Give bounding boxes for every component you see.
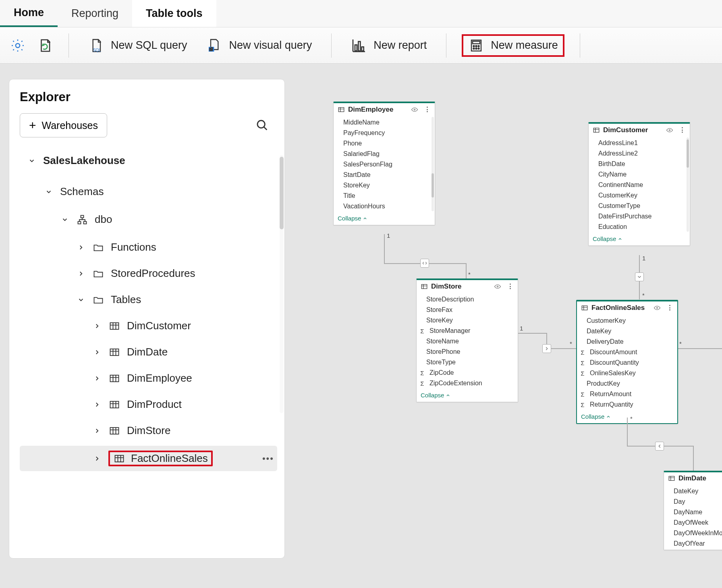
collapse-button[interactable]: Collapse (417, 389, 518, 402)
collapse-button[interactable]: Collapse (589, 233, 690, 245)
new-visual-query-label: New visual query (229, 39, 312, 52)
column-item[interactable]: ΣStoreManager (417, 326, 518, 336)
column-item[interactable]: ΣDiscountAmount (577, 347, 677, 357)
column-item[interactable]: DateKey (577, 326, 677, 337)
column-item[interactable]: StoreDescription (417, 294, 518, 305)
tab-home[interactable]: Home (0, 0, 58, 27)
filter-direction-icon[interactable] (635, 272, 644, 281)
tree-node-dimcustomer[interactable]: DimCustomer (20, 315, 277, 337)
column-item[interactable]: ΣReturnQuantity (577, 399, 677, 410)
table-card-dimstore[interactable]: DimStore ⋮ StoreDescriptionStoreFaxStore… (416, 278, 518, 402)
column-item[interactable]: ΣZipCodeExtension (417, 378, 518, 389)
filter-direction-icon[interactable] (655, 442, 664, 451)
column-item[interactable]: DayOfWeekInMon (664, 528, 722, 538)
column-item[interactable]: StoreName (417, 336, 518, 347)
column-item[interactable]: AddressLine1 (589, 138, 690, 148)
folder-icon (92, 268, 104, 280)
column-item[interactable]: CustomerKey (589, 190, 690, 201)
column-item[interactable]: AddressLine2 (589, 148, 690, 159)
column-item[interactable]: DayName (664, 507, 722, 517)
add-warehouse-button[interactable]: + Warehouses (20, 113, 107, 137)
sigma-icon: Σ (419, 370, 425, 376)
column-item[interactable]: DayOfWeek (664, 517, 722, 528)
new-sql-query-label: New SQL query (111, 39, 187, 52)
tree-node-functions[interactable]: Functions (20, 236, 277, 258)
column-item[interactable]: Phone (334, 138, 435, 149)
new-report-button[interactable]: New report (347, 35, 431, 56)
tree-node-dimemployee[interactable]: DimEmployee (20, 367, 277, 389)
refresh-icon[interactable] (37, 37, 53, 54)
column-item[interactable]: DateFirstPurchase (589, 211, 690, 222)
table-card-dimcustomer[interactable]: DimCustomer ⋮ AddressLine1AddressLine2Bi… (588, 122, 690, 246)
column-item[interactable]: StoreKey (417, 315, 518, 326)
column-item[interactable]: VacationHours (334, 201, 435, 212)
column-item[interactable]: StoreKey (334, 180, 435, 191)
column-item[interactable]: ProductKey (577, 378, 677, 389)
card-menu-icon[interactable]: ⋮ (424, 105, 431, 114)
chevron-right-icon (92, 400, 102, 409)
column-item[interactable]: Day (664, 497, 722, 507)
collapse-button[interactable]: Collapse (334, 212, 435, 225)
table-card-dimemployee[interactable]: DimEmployee ⋮ MiddleNamePayFrequencyPhon… (333, 102, 435, 225)
table-card-factonlinesales[interactable]: FactOnlineSales ⋮ CustomerKeyDateKeyDeli… (576, 300, 678, 424)
tree-node-dimproduct[interactable]: DimProduct (20, 393, 277, 416)
filter-direction-icon[interactable] (542, 344, 551, 353)
tree-node-storedprocedures[interactable]: StoredProcedures (20, 262, 277, 285)
visibility-icon[interactable] (411, 107, 418, 112)
tree-node-saleslakehouse[interactable]: SalesLakehouse (20, 150, 277, 172)
settings-icon[interactable] (10, 37, 26, 54)
column-item[interactable]: ContinentName (589, 180, 690, 190)
column-item[interactable]: DateKey (664, 486, 722, 497)
visibility-icon[interactable] (654, 305, 661, 310)
column-item[interactable]: DayOfYear (664, 538, 722, 549)
card-menu-icon[interactable]: ⋮ (507, 282, 514, 291)
column-item[interactable]: ΣOnlineSalesKey (577, 368, 677, 378)
filter-direction-icon[interactable] (420, 259, 429, 268)
tree-node-dbo[interactable]: dbo (20, 208, 277, 231)
card-menu-icon[interactable]: ⋮ (679, 126, 686, 134)
column-item[interactable]: SalariedFlag (334, 149, 435, 159)
new-measure-label: New measure (491, 39, 558, 52)
column-item[interactable]: ΣDiscountQuantity (577, 357, 677, 368)
column-item[interactable]: ΣReturnAmount (577, 389, 677, 399)
card-menu-icon[interactable]: ⋮ (666, 303, 673, 312)
new-measure-button[interactable]: New measure (462, 34, 564, 57)
tree-node-dimdate[interactable]: DimDate (20, 341, 277, 363)
table-icon (108, 346, 120, 358)
column-item[interactable]: CityName (589, 169, 690, 180)
table-card-dimdate[interactable]: DimDate DateKeyDayDayNameDayOfWeekDayOfW… (664, 471, 722, 550)
tree-node-factonlinesales[interactable]: FactOnlineSales ••• (20, 446, 277, 471)
tree-node-tables[interactable]: Tables (20, 289, 277, 311)
column-item[interactable]: StoreFax (417, 305, 518, 315)
search-icon[interactable] (255, 118, 269, 132)
column-item[interactable]: StorePhone (417, 347, 518, 357)
sigma-icon: Σ (419, 328, 425, 335)
chevron-right-icon (76, 243, 86, 252)
column-item[interactable]: ΣZipCode (417, 368, 518, 378)
column-item[interactable]: Education (589, 222, 690, 232)
column-item[interactable]: SalesPersonFlag (334, 159, 435, 170)
visibility-icon[interactable] (666, 128, 673, 133)
tree-node-schemas[interactable]: Schemas (20, 181, 277, 203)
model-canvas[interactable]: DimEmployee ⋮ MiddleNamePayFrequencyPhon… (290, 64, 722, 588)
tab-table-tools[interactable]: Table tools (132, 0, 216, 27)
column-item[interactable]: StartDate (334, 170, 435, 180)
column-item[interactable]: CustomerKey (577, 316, 677, 326)
explorer-scrollbar[interactable] (280, 155, 284, 413)
column-label: AddressLine1 (598, 139, 638, 147)
toolbar: SQL New SQL query New visual query New r… (0, 27, 722, 64)
new-visual-query-button[interactable]: New visual query (203, 35, 316, 56)
column-item[interactable]: DeliveryDate (577, 337, 677, 347)
column-item[interactable]: MiddleName (334, 117, 435, 128)
tab-reporting[interactable]: Reporting (58, 0, 132, 27)
new-sql-query-button[interactable]: SQL New SQL query (84, 35, 191, 56)
more-icon[interactable]: ••• (262, 453, 274, 464)
column-item[interactable]: PayFrequency (334, 128, 435, 138)
column-item[interactable]: BirthDate (589, 159, 690, 169)
column-item[interactable]: Title (334, 191, 435, 201)
column-item[interactable]: CustomerType (589, 201, 690, 211)
visibility-icon[interactable] (494, 284, 501, 289)
column-item[interactable]: StoreType (417, 357, 518, 368)
tree-node-dimstore[interactable]: DimStore (20, 420, 277, 442)
table-icon (668, 475, 675, 482)
